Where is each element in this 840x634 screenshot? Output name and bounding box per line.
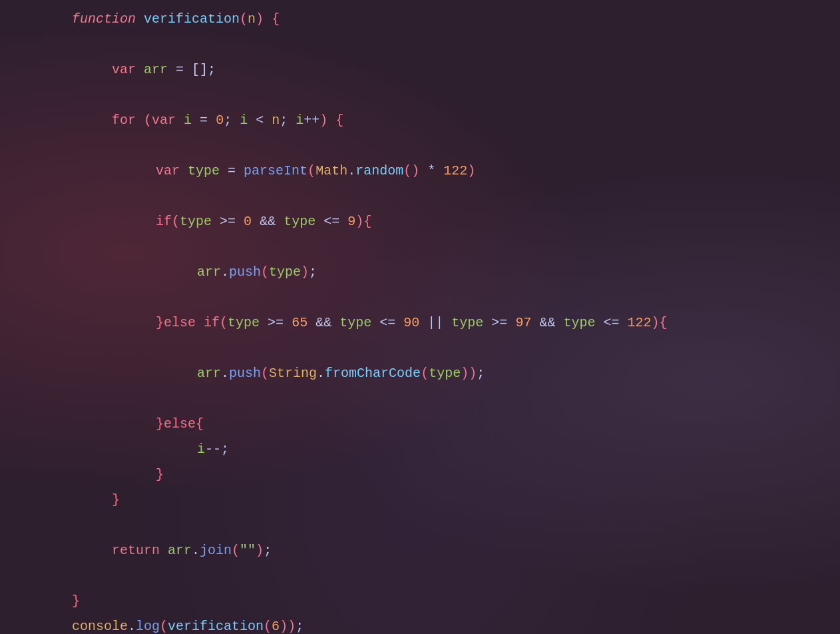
code-line-var-arr: var arr = []; (0, 57, 840, 83)
code-line-for: for (var i = 0; i < n; i++) { (0, 108, 840, 133)
code-line-blank2 (0, 83, 840, 108)
keyword-function: function (72, 8, 136, 31)
code-line-push1: arr.push(type); (0, 260, 840, 285)
code-line-blank8 (0, 386, 840, 412)
code-line-else: }else{ (0, 412, 840, 437)
code-line-console: console.log(verification(6)); (0, 614, 840, 634)
code-container: function verification(n) { var arr = [];… (0, 0, 840, 634)
code-line-close-for: } (0, 487, 840, 513)
code-line-var-type: var type = parseInt(Math.random() * 122) (0, 158, 840, 184)
code-line-blank3 (0, 133, 840, 158)
code-line-blank1 (0, 32, 840, 57)
code-line-blank10 (0, 563, 840, 589)
code-line-push2: arr.push(String.fromCharCode(type)); (0, 361, 840, 386)
code-line-blank4 (0, 184, 840, 209)
code-line-blank7 (0, 336, 840, 361)
code-line-close-else: } (0, 462, 840, 487)
code-line-return: return arr.join(""); (0, 538, 840, 563)
code-line-function: function verification(n) { (0, 7, 840, 32)
code-line-idec: i--; (0, 437, 840, 462)
code-line-if: if(type >= 0 && type <= 9){ (0, 209, 840, 234)
code-line-close-func: } (0, 589, 840, 614)
type-varname: type (188, 160, 220, 182)
code-line-blank9 (0, 513, 840, 538)
code-line-blank6 (0, 285, 840, 310)
code-line-blank5 (0, 234, 840, 260)
func-name: verification (144, 8, 240, 31)
code-line-else-if: }else if(type >= 65 && type <= 90 || typ… (0, 310, 840, 336)
